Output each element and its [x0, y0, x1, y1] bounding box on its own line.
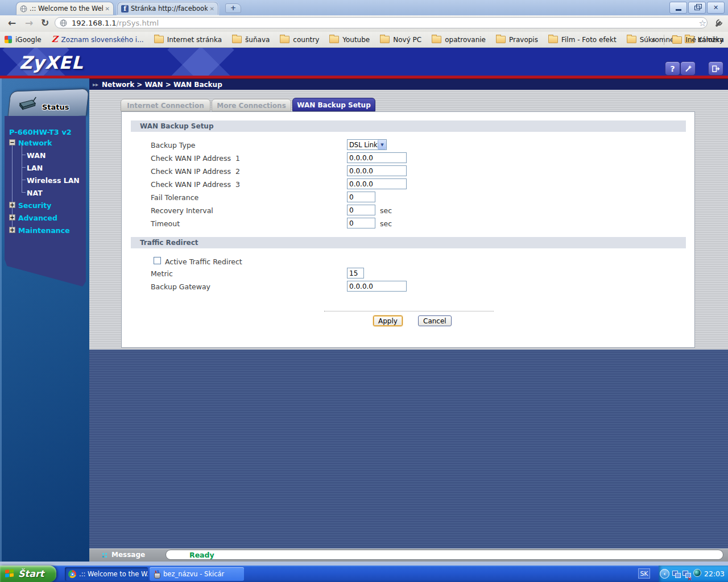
- bookmarks-overflow-chevron[interactable]: »: [651, 36, 656, 44]
- chrome-icon: [68, 570, 76, 578]
- close-button[interactable]: ✕: [707, 2, 725, 14]
- tab-close-icon[interactable]: ✕: [105, 6, 110, 12]
- bookmark-zoznam[interactable]: ZZoznam slovenského i...: [52, 36, 144, 44]
- check-wan-ip-1-input[interactable]: [347, 152, 407, 163]
- apply-button[interactable]: Apply: [373, 315, 403, 326]
- status-ready-text: Ready: [189, 551, 214, 559]
- tab-wan-backup-setup[interactable]: WAN Backup Setup: [292, 98, 375, 111]
- taskbar-item-paint[interactable]: bez_názvu - Skicár: [150, 567, 244, 581]
- sidebar-item-maintenance[interactable]: Maintenance: [18, 226, 70, 235]
- sidebar-item-nat[interactable]: NAT: [27, 189, 43, 197]
- active-traffic-redirect-label: Active Traffic Redirect: [165, 257, 242, 266]
- red-x-icon: ✕: [688, 576, 692, 582]
- check-wan-ip-2-label: Check WAN IP Address 2: [151, 167, 240, 176]
- status-tab-label[interactable]: Status: [42, 103, 69, 111]
- bookmark-folder[interactable]: opatrovanie: [432, 36, 486, 44]
- tree-line: [22, 180, 26, 180]
- browser-tab-facebook[interactable]: f Stránka http://facebook.com/ ✕: [117, 2, 218, 15]
- browser-tab-router[interactable]: .:: Welcome to the Web-Based ✕: [16, 2, 114, 15]
- sidebar-device-name[interactable]: P-660HW-T3 v2: [9, 128, 72, 136]
- minimize-button[interactable]: [669, 2, 687, 14]
- sidebar-item-network[interactable]: Network: [18, 139, 52, 147]
- cancel-button[interactable]: Cancel: [418, 315, 452, 326]
- settings-wrench-icon[interactable]: [713, 19, 722, 28]
- language-indicator[interactable]: SK: [638, 568, 650, 579]
- tab-close-icon[interactable]: ✕: [210, 6, 214, 12]
- recovery-interval-input[interactable]: [347, 205, 375, 215]
- new-tab-button[interactable]: +: [225, 3, 241, 13]
- fail-tolerance-input[interactable]: [347, 192, 375, 202]
- fail-tolerance-label: Fail Tolerance: [151, 193, 198, 202]
- sidebar-item-lan[interactable]: LAN: [27, 164, 43, 172]
- bookmark-folder[interactable]: Film - Foto efekt: [548, 36, 617, 44]
- tab-internet-connection[interactable]: Internet Connection: [121, 99, 210, 111]
- task-label: .:: Welcome to the W...: [79, 570, 148, 578]
- start-button[interactable]: Štart: [0, 566, 56, 582]
- backup-type-select[interactable]: DSL Link ▼: [347, 139, 387, 150]
- browser-toolbar: ← → ↻ 192.168.1.1/rpSys.html ☆: [0, 15, 728, 32]
- restore-button[interactable]: [688, 2, 706, 14]
- bookmark-label: Pravopis: [509, 36, 538, 44]
- paint-icon: [153, 571, 160, 578]
- other-bookmarks-button[interactable]: Iné záložky: [672, 36, 723, 44]
- bookmark-folder[interactable]: country: [280, 36, 319, 44]
- globe-favicon-icon: [20, 5, 27, 13]
- wand-icon: [684, 65, 692, 73]
- facebook-favicon-icon: f: [121, 5, 129, 13]
- dotted-separator: [324, 311, 494, 311]
- backup-gateway-input[interactable]: [347, 281, 407, 292]
- backup-type-value: DSL Link: [348, 140, 378, 149]
- bookmark-folder[interactable]: Internet stránka: [154, 36, 222, 44]
- bookmark-label: opatrovanie: [445, 36, 486, 44]
- bookmark-star-icon[interactable]: ☆: [699, 18, 706, 28]
- reload-button[interactable]: ↻: [41, 17, 49, 28]
- site-globe-icon: [60, 19, 67, 27]
- check-wan-ip-3-label: Check WAN IP Address 3: [151, 180, 240, 189]
- tree-line: [22, 144, 22, 193]
- metric-input[interactable]: [347, 268, 364, 278]
- chevron-down-icon[interactable]: ▼: [378, 140, 386, 149]
- tree-collapse-icon[interactable]: −: [9, 139, 15, 146]
- folder-icon: [672, 36, 682, 44]
- zyxel-logo: ZyXEL: [19, 52, 84, 73]
- network-tray-icon[interactable]: [672, 569, 681, 580]
- bookmark-folder[interactable]: Youtube: [329, 36, 370, 44]
- bookmark-folder[interactable]: šuňava: [232, 36, 270, 44]
- zyxel-header: [0, 48, 728, 76]
- check-wan-ip-1-label: Check WAN IP Address 1: [151, 154, 240, 163]
- webcam-tray-icon[interactable]: [693, 569, 701, 577]
- window-controls: ✕: [669, 2, 725, 14]
- address-bar[interactable]: 192.168.1.1/rpSys.html: [55, 17, 708, 28]
- tree-expand-icon[interactable]: +: [9, 214, 15, 221]
- back-button[interactable]: ←: [8, 17, 16, 28]
- sidebar-item-wan[interactable]: WAN: [27, 151, 46, 160]
- sidebar-item-advanced[interactable]: Advanced: [18, 214, 57, 222]
- sidebar-item-security[interactable]: Security: [18, 201, 51, 210]
- bookmark-folder[interactable]: Nový PC: [380, 36, 421, 44]
- tray-chevron-icon[interactable]: ‹: [660, 569, 669, 579]
- folder-icon: [548, 36, 558, 43]
- timeout-input[interactable]: [347, 218, 375, 228]
- bookmark-folder[interactable]: Pravopis: [496, 36, 538, 44]
- metric-label: Metric: [151, 269, 173, 278]
- active-traffic-redirect-checkbox[interactable]: [154, 257, 161, 264]
- tree-expand-icon[interactable]: +: [9, 202, 15, 208]
- message-field: [166, 550, 723, 560]
- network-disconnected-tray-icon[interactable]: ✕: [682, 569, 691, 580]
- help-button[interactable]: ?: [665, 61, 680, 76]
- wizard-wand-button[interactable]: [680, 61, 696, 76]
- sidebar-item-wireless-lan[interactable]: Wireless LAN: [27, 176, 80, 185]
- message-dots-icon: [102, 553, 104, 555]
- tree-expand-icon[interactable]: +: [9, 227, 15, 233]
- folder-icon: [627, 36, 636, 43]
- forward-button[interactable]: →: [25, 17, 33, 28]
- check-wan-ip-3-input[interactable]: [347, 178, 407, 189]
- check-wan-ip-2-input[interactable]: [347, 165, 407, 176]
- tab-more-connections[interactable]: More Connections: [212, 99, 291, 111]
- tab-title: Stránka http://facebook.com/: [131, 5, 208, 13]
- taskbar-item-browser[interactable]: .:: Welcome to the W...: [65, 567, 148, 581]
- browser-tab-strip: .:: Welcome to the Web-Based ✕ f Stránka…: [0, 0, 728, 15]
- bookmark-igoogle[interactable]: iGoogle: [5, 36, 42, 44]
- backup-type-label: Backup Type: [151, 141, 196, 149]
- logout-button[interactable]: [708, 61, 723, 76]
